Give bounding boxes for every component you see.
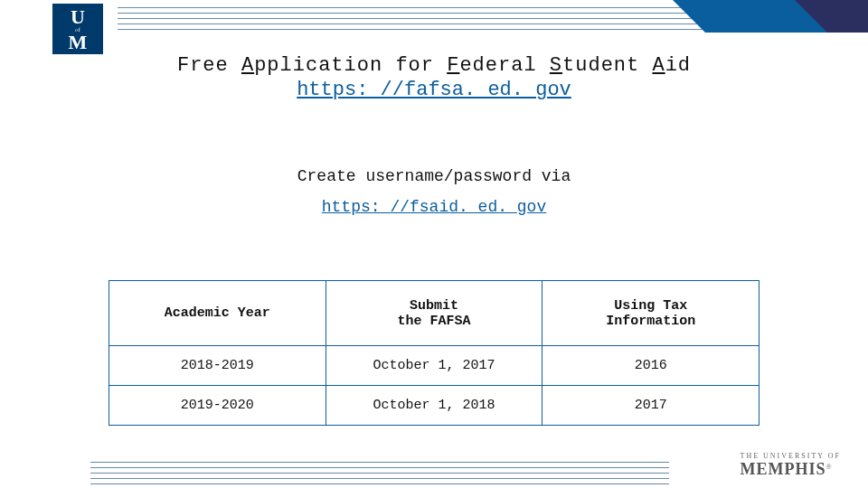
header-accent-bar <box>705 0 868 33</box>
registered-icon: ® <box>826 463 832 471</box>
logo-letter-m: M <box>52 33 103 52</box>
table-row: 2018-2019October 1, 20172016 <box>109 346 760 386</box>
bottom-rule-lines <box>90 457 669 481</box>
table-cell: 2019-2020 <box>109 386 326 426</box>
subtitle-text: Create username/password via <box>0 167 868 185</box>
logo-of: of <box>52 26 103 33</box>
brand-small: THE UNIVERSITY OF <box>741 452 841 460</box>
university-wordmark: THE UNIVERSITY OF MEMPHIS® <box>741 452 841 479</box>
table-cell: 2016 <box>542 346 760 386</box>
table-cell: October 1, 2017 <box>326 346 542 386</box>
table-cell: 2018-2019 <box>109 346 326 386</box>
table-header: Academic Year <box>109 281 326 346</box>
brand-big: MEMPHIS <box>741 460 826 478</box>
fafsa-table: Academic YearSubmitthe FAFSAUsing TaxInf… <box>108 280 760 426</box>
table-header: Using TaxInformation <box>542 281 760 346</box>
table-header: Submitthe FAFSA <box>326 281 542 346</box>
university-logo: U of M <box>52 4 103 54</box>
fsaid-link[interactable]: https: //fsaid. ed. gov <box>322 198 546 216</box>
slide-title-block: Free Application for Federal Student Aid… <box>0 54 868 101</box>
slide-title: Free Application for Federal Student Aid <box>0 54 868 77</box>
fafsa-link[interactable]: https: //fafsa. ed. gov <box>297 79 571 101</box>
logo-letter-u: U <box>52 8 103 26</box>
table-cell: October 1, 2018 <box>326 386 542 426</box>
table-row: 2019-2020October 1, 20182017 <box>109 386 760 426</box>
subtitle-block: Create username/password via https: //fs… <box>0 167 868 216</box>
table-cell: 2017 <box>542 386 760 426</box>
